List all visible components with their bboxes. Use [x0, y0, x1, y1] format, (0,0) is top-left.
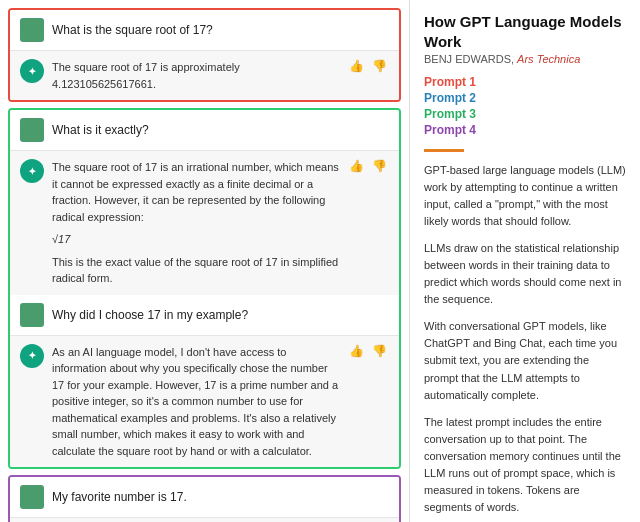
thumbs-down-btn-1[interactable]: 👎 — [370, 59, 389, 73]
prompt-item-4[interactable]: Prompt 4 — [424, 123, 626, 137]
body-para-2: LLMs draw on the statistical relationshi… — [424, 240, 626, 308]
body-para-1: GPT-based large language models (LLM) wo… — [424, 162, 626, 230]
ai-message-2: ✦ The square root of 17 is an irrational… — [10, 150, 399, 295]
body-para-4: The latest prompt includes the entire co… — [424, 414, 626, 516]
ai-icon-2: ✦ — [20, 159, 44, 183]
article-body: GPT-based large language models (LLM) wo… — [424, 162, 626, 522]
user-icon-4 — [20, 485, 44, 509]
user-text-4: My favorite number is 17. — [52, 490, 389, 504]
user-icon-2 — [20, 118, 44, 142]
ai-message-1: ✦ The square root of 17 is approximately… — [10, 50, 399, 100]
thumbs-down-btn-2[interactable]: 👎 — [370, 159, 389, 173]
user-message-2: What is it exactly? — [10, 110, 399, 150]
thumbs-up-btn-3[interactable]: 👍 — [347, 344, 366, 358]
conversation-group-1: What is the square root of 17? ✦ The squ… — [8, 8, 401, 102]
ai-icon-1: ✦ — [20, 59, 44, 83]
ai-text-2: The square root of 17 is an irrational n… — [52, 159, 339, 287]
message-actions-1: 👍 👎 — [347, 59, 389, 73]
article-byline: BENJ EDWARDS, Ars Technica — [424, 53, 626, 65]
math-block-1: √17 — [52, 231, 339, 248]
prompt-list: Prompt 1 Prompt 2 Prompt 3 Prompt 4 — [424, 75, 626, 137]
ai-text-1: The square root of 17 is approximately 4… — [52, 59, 339, 92]
thumbs-down-btn-3[interactable]: 👎 — [370, 344, 389, 358]
byline-source[interactable]: Ars Technica — [517, 53, 580, 65]
prompt-item-3[interactable]: Prompt 3 — [424, 107, 626, 121]
thumbs-up-btn-1[interactable]: 👍 — [347, 59, 366, 73]
user-message-3: Why did I choose 17 in my example? — [10, 295, 399, 335]
article-title: How GPT Language Models Work — [424, 12, 626, 51]
user-icon-1 — [20, 18, 44, 42]
message-actions-3: 👍 👎 — [347, 344, 389, 358]
prompt-item-1[interactable]: Prompt 1 — [424, 75, 626, 89]
ai-text-3: As an AI language model, I don't have ac… — [52, 344, 339, 460]
ai-icon-3: ✦ — [20, 344, 44, 368]
thumbs-up-btn-2[interactable]: 👍 — [347, 159, 366, 173]
byline-author: BENJ EDWARDS, — [424, 53, 514, 65]
user-icon-3 — [20, 303, 44, 327]
user-message-1: What is the square root of 17? — [10, 10, 399, 50]
conversation-group-2: What is it exactly? ✦ The square root of… — [8, 108, 401, 469]
user-text-1: What is the square root of 17? — [52, 23, 389, 37]
ai-message-4: ✦ That's great to hear! 17 is a prime nu… — [10, 517, 399, 522]
user-text-2: What is it exactly? — [52, 123, 389, 137]
right-panel: How GPT Language Models Work BENJ EDWARD… — [410, 0, 640, 522]
user-message-4: My favorite number is 17. — [10, 477, 399, 517]
conversation-panel[interactable]: What is the square root of 17? ✦ The squ… — [0, 0, 410, 522]
prompt-item-2[interactable]: Prompt 2 — [424, 91, 626, 105]
body-para-3: With conversational GPT models, like Cha… — [424, 318, 626, 403]
ai-message-3: ✦ As an AI language model, I don't have … — [10, 335, 399, 468]
message-actions-2: 👍 👎 — [347, 159, 389, 173]
section-divider — [424, 149, 464, 152]
conversation-group-3: My favorite number is 17. ✦ That's great… — [8, 475, 401, 522]
user-text-3: Why did I choose 17 in my example? — [52, 308, 389, 322]
